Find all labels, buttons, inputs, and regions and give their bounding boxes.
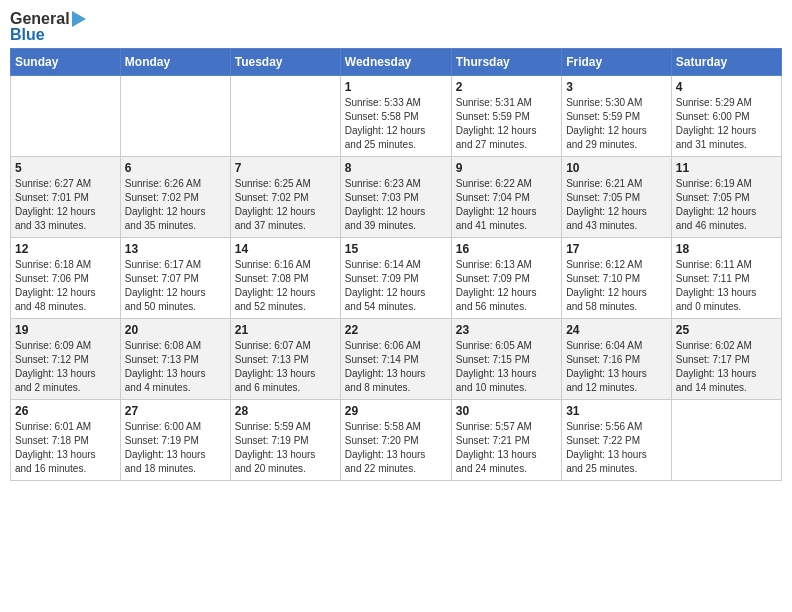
calendar-cell: 19Sunrise: 6:09 AM Sunset: 7:12 PM Dayli…	[11, 319, 121, 400]
calendar-cell: 6Sunrise: 6:26 AM Sunset: 7:02 PM Daylig…	[120, 157, 230, 238]
day-number: 5	[15, 161, 116, 175]
day-info: Sunrise: 6:26 AM Sunset: 7:02 PM Dayligh…	[125, 177, 226, 233]
calendar-header-monday: Monday	[120, 49, 230, 76]
calendar-cell: 14Sunrise: 6:16 AM Sunset: 7:08 PM Dayli…	[230, 238, 340, 319]
calendar-header-sunday: Sunday	[11, 49, 121, 76]
day-number: 6	[125, 161, 226, 175]
day-info: Sunrise: 6:01 AM Sunset: 7:18 PM Dayligh…	[15, 420, 116, 476]
day-number: 18	[676, 242, 777, 256]
day-number: 3	[566, 80, 667, 94]
day-info: Sunrise: 6:25 AM Sunset: 7:02 PM Dayligh…	[235, 177, 336, 233]
day-info: Sunrise: 6:19 AM Sunset: 7:05 PM Dayligh…	[676, 177, 777, 233]
day-number: 10	[566, 161, 667, 175]
day-info: Sunrise: 6:27 AM Sunset: 7:01 PM Dayligh…	[15, 177, 116, 233]
calendar-cell: 11Sunrise: 6:19 AM Sunset: 7:05 PM Dayli…	[671, 157, 781, 238]
day-number: 12	[15, 242, 116, 256]
day-info: Sunrise: 6:23 AM Sunset: 7:03 PM Dayligh…	[345, 177, 447, 233]
day-number: 28	[235, 404, 336, 418]
day-number: 20	[125, 323, 226, 337]
calendar-cell: 22Sunrise: 6:06 AM Sunset: 7:14 PM Dayli…	[340, 319, 451, 400]
day-number: 4	[676, 80, 777, 94]
day-info: Sunrise: 6:02 AM Sunset: 7:17 PM Dayligh…	[676, 339, 777, 395]
day-info: Sunrise: 5:59 AM Sunset: 7:19 PM Dayligh…	[235, 420, 336, 476]
calendar-cell: 8Sunrise: 6:23 AM Sunset: 7:03 PM Daylig…	[340, 157, 451, 238]
day-info: Sunrise: 5:33 AM Sunset: 5:58 PM Dayligh…	[345, 96, 447, 152]
calendar-cell: 17Sunrise: 6:12 AM Sunset: 7:10 PM Dayli…	[562, 238, 672, 319]
calendar-table: SundayMondayTuesdayWednesdayThursdayFrid…	[10, 48, 782, 481]
day-info: Sunrise: 6:05 AM Sunset: 7:15 PM Dayligh…	[456, 339, 557, 395]
calendar-cell	[120, 76, 230, 157]
calendar-cell: 16Sunrise: 6:13 AM Sunset: 7:09 PM Dayli…	[451, 238, 561, 319]
day-number: 26	[15, 404, 116, 418]
day-number: 11	[676, 161, 777, 175]
day-number: 25	[676, 323, 777, 337]
day-info: Sunrise: 5:56 AM Sunset: 7:22 PM Dayligh…	[566, 420, 667, 476]
calendar-cell: 25Sunrise: 6:02 AM Sunset: 7:17 PM Dayli…	[671, 319, 781, 400]
calendar-week-row: 5Sunrise: 6:27 AM Sunset: 7:01 PM Daylig…	[11, 157, 782, 238]
day-info: Sunrise: 6:16 AM Sunset: 7:08 PM Dayligh…	[235, 258, 336, 314]
day-info: Sunrise: 6:06 AM Sunset: 7:14 PM Dayligh…	[345, 339, 447, 395]
calendar-cell: 28Sunrise: 5:59 AM Sunset: 7:19 PM Dayli…	[230, 400, 340, 481]
day-info: Sunrise: 5:30 AM Sunset: 5:59 PM Dayligh…	[566, 96, 667, 152]
day-number: 9	[456, 161, 557, 175]
logo-blue-text: Blue	[10, 26, 45, 44]
calendar-header-friday: Friday	[562, 49, 672, 76]
day-number: 13	[125, 242, 226, 256]
day-number: 29	[345, 404, 447, 418]
calendar-cell: 23Sunrise: 6:05 AM Sunset: 7:15 PM Dayli…	[451, 319, 561, 400]
calendar-cell: 30Sunrise: 5:57 AM Sunset: 7:21 PM Dayli…	[451, 400, 561, 481]
calendar-cell: 24Sunrise: 6:04 AM Sunset: 7:16 PM Dayli…	[562, 319, 672, 400]
day-number: 23	[456, 323, 557, 337]
logo-arrow-icon	[72, 11, 86, 27]
day-info: Sunrise: 6:18 AM Sunset: 7:06 PM Dayligh…	[15, 258, 116, 314]
day-number: 8	[345, 161, 447, 175]
day-number: 14	[235, 242, 336, 256]
day-info: Sunrise: 5:58 AM Sunset: 7:20 PM Dayligh…	[345, 420, 447, 476]
day-info: Sunrise: 6:14 AM Sunset: 7:09 PM Dayligh…	[345, 258, 447, 314]
calendar-cell: 15Sunrise: 6:14 AM Sunset: 7:09 PM Dayli…	[340, 238, 451, 319]
day-info: Sunrise: 6:07 AM Sunset: 7:13 PM Dayligh…	[235, 339, 336, 395]
day-number: 2	[456, 80, 557, 94]
day-number: 16	[456, 242, 557, 256]
logo: General Blue	[10, 10, 86, 44]
calendar-cell: 7Sunrise: 6:25 AM Sunset: 7:02 PM Daylig…	[230, 157, 340, 238]
calendar-header-wednesday: Wednesday	[340, 49, 451, 76]
calendar-header-saturday: Saturday	[671, 49, 781, 76]
day-info: Sunrise: 6:22 AM Sunset: 7:04 PM Dayligh…	[456, 177, 557, 233]
calendar-cell: 18Sunrise: 6:11 AM Sunset: 7:11 PM Dayli…	[671, 238, 781, 319]
calendar-cell: 31Sunrise: 5:56 AM Sunset: 7:22 PM Dayli…	[562, 400, 672, 481]
day-info: Sunrise: 6:00 AM Sunset: 7:19 PM Dayligh…	[125, 420, 226, 476]
day-info: Sunrise: 6:04 AM Sunset: 7:16 PM Dayligh…	[566, 339, 667, 395]
day-info: Sunrise: 5:29 AM Sunset: 6:00 PM Dayligh…	[676, 96, 777, 152]
day-number: 27	[125, 404, 226, 418]
day-info: Sunrise: 6:17 AM Sunset: 7:07 PM Dayligh…	[125, 258, 226, 314]
calendar-cell: 3Sunrise: 5:30 AM Sunset: 5:59 PM Daylig…	[562, 76, 672, 157]
day-info: Sunrise: 6:09 AM Sunset: 7:12 PM Dayligh…	[15, 339, 116, 395]
calendar-cell: 21Sunrise: 6:07 AM Sunset: 7:13 PM Dayli…	[230, 319, 340, 400]
day-number: 7	[235, 161, 336, 175]
calendar-cell: 26Sunrise: 6:01 AM Sunset: 7:18 PM Dayli…	[11, 400, 121, 481]
calendar-cell: 13Sunrise: 6:17 AM Sunset: 7:07 PM Dayli…	[120, 238, 230, 319]
calendar-cell: 2Sunrise: 5:31 AM Sunset: 5:59 PM Daylig…	[451, 76, 561, 157]
calendar-cell: 4Sunrise: 5:29 AM Sunset: 6:00 PM Daylig…	[671, 76, 781, 157]
day-info: Sunrise: 6:12 AM Sunset: 7:10 PM Dayligh…	[566, 258, 667, 314]
calendar-cell: 29Sunrise: 5:58 AM Sunset: 7:20 PM Dayli…	[340, 400, 451, 481]
day-number: 31	[566, 404, 667, 418]
day-info: Sunrise: 5:31 AM Sunset: 5:59 PM Dayligh…	[456, 96, 557, 152]
day-number: 30	[456, 404, 557, 418]
page-header: General Blue	[10, 10, 782, 44]
calendar-week-row: 19Sunrise: 6:09 AM Sunset: 7:12 PM Dayli…	[11, 319, 782, 400]
day-info: Sunrise: 5:57 AM Sunset: 7:21 PM Dayligh…	[456, 420, 557, 476]
day-number: 22	[345, 323, 447, 337]
calendar-cell	[230, 76, 340, 157]
calendar-header-tuesday: Tuesday	[230, 49, 340, 76]
day-number: 15	[345, 242, 447, 256]
calendar-cell	[11, 76, 121, 157]
calendar-cell: 12Sunrise: 6:18 AM Sunset: 7:06 PM Dayli…	[11, 238, 121, 319]
day-number: 21	[235, 323, 336, 337]
calendar-cell	[671, 400, 781, 481]
calendar-cell: 27Sunrise: 6:00 AM Sunset: 7:19 PM Dayli…	[120, 400, 230, 481]
calendar-cell: 1Sunrise: 5:33 AM Sunset: 5:58 PM Daylig…	[340, 76, 451, 157]
calendar-week-row: 12Sunrise: 6:18 AM Sunset: 7:06 PM Dayli…	[11, 238, 782, 319]
calendar-header-thursday: Thursday	[451, 49, 561, 76]
